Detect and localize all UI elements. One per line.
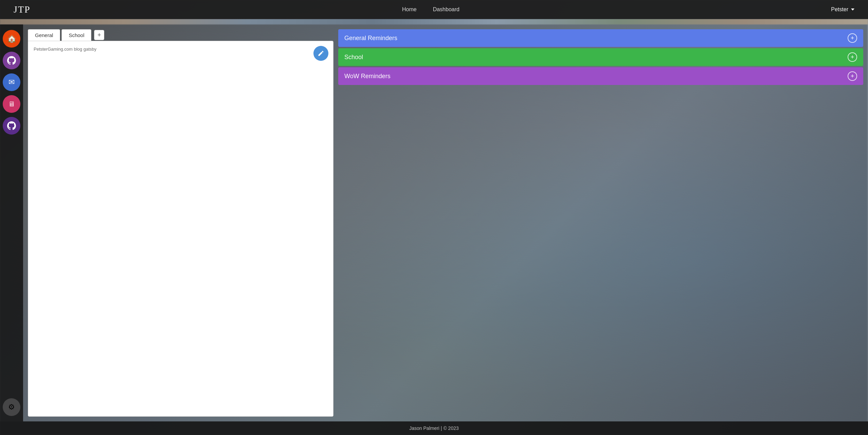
edit-fab-button[interactable] (313, 46, 328, 61)
reminders-panel: General Reminders + School + WoW Reminde… (338, 29, 863, 417)
add-school-reminder-icon[interactable]: + (848, 52, 857, 62)
pencil-icon (318, 50, 324, 57)
sidebar-icon-home[interactable]: 🏠 (3, 30, 20, 48)
sidebar-icon-github2[interactable] (3, 117, 20, 135)
editor-subtitle: PetsterGaming.com blog gatsby (34, 47, 328, 52)
github-logo-icon-2 (7, 121, 16, 130)
tab-school[interactable]: School (61, 29, 91, 41)
tabs-bar: General School + (28, 29, 333, 41)
reminder-wow-label: WoW Reminders (344, 73, 391, 80)
reminder-school[interactable]: School + (338, 48, 863, 66)
footer-text: Jason Palmeri | © 2023 (409, 425, 458, 431)
sidebar-icon-monitor[interactable]: 🖥 (3, 95, 20, 113)
navbar-nav: Home Dashboard (402, 6, 459, 13)
user-name: Petster (831, 6, 848, 13)
add-general-reminder-icon[interactable]: + (848, 33, 857, 43)
tab-general[interactable]: General (28, 29, 60, 41)
sidebar-icon-github1[interactable] (3, 52, 20, 69)
editor-body: PetsterGaming.com blog gatsby (28, 41, 333, 417)
sidebar: 🏠 ✉ 🖥 ⚙ (0, 24, 23, 421)
navbar: JTP Home Dashboard Petster (0, 0, 868, 19)
add-wow-reminder-icon[interactable]: + (848, 71, 857, 81)
navbar-user[interactable]: Petster (831, 6, 854, 13)
reminder-wow[interactable]: WoW Reminders + (338, 67, 863, 85)
nav-dashboard[interactable]: Dashboard (433, 6, 459, 13)
main-content: General School + PetsterGaming.com blog … (23, 24, 868, 421)
navbar-brand: JTP (14, 4, 31, 15)
image-strip-top (0, 19, 868, 24)
editor-panel: General School + PetsterGaming.com blog … (28, 29, 333, 417)
github-logo-icon-1 (7, 56, 16, 65)
chevron-down-icon (851, 8, 854, 11)
sidebar-icon-settings[interactable]: ⚙ (3, 398, 20, 416)
reminder-general-label: General Reminders (344, 35, 397, 42)
sidebar-icon-mail[interactable]: ✉ (3, 73, 20, 91)
footer: Jason Palmeri | © 2023 (0, 421, 868, 435)
nav-home[interactable]: Home (402, 6, 417, 13)
tab-add-button[interactable]: + (94, 30, 104, 40)
reminder-school-label: School (344, 54, 363, 61)
reminder-general-reminders[interactable]: General Reminders + (338, 29, 863, 47)
